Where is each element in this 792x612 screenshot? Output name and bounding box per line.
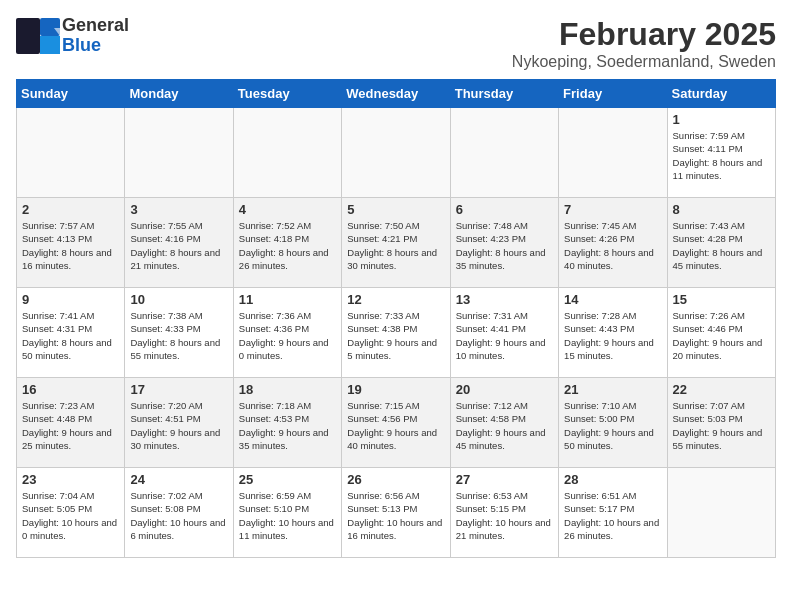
svg-rect-0 xyxy=(16,18,40,54)
day-info: Sunrise: 6:59 AM Sunset: 5:10 PM Dayligh… xyxy=(239,489,336,542)
day-number: 17 xyxy=(130,382,227,397)
calendar-cell: 7Sunrise: 7:45 AM Sunset: 4:26 PM Daylig… xyxy=(559,198,667,288)
calendar-week-row: 1Sunrise: 7:59 AM Sunset: 4:11 PM Daylig… xyxy=(17,108,776,198)
logo: General Blue xyxy=(16,16,129,56)
weekday-header-thursday: Thursday xyxy=(450,80,558,108)
day-number: 3 xyxy=(130,202,227,217)
calendar-cell: 12Sunrise: 7:33 AM Sunset: 4:38 PM Dayli… xyxy=(342,288,450,378)
calendar-cell: 5Sunrise: 7:50 AM Sunset: 4:21 PM Daylig… xyxy=(342,198,450,288)
weekday-header-row: SundayMondayTuesdayWednesdayThursdayFrid… xyxy=(17,80,776,108)
day-number: 6 xyxy=(456,202,553,217)
day-number: 1 xyxy=(673,112,770,127)
calendar-week-row: 2Sunrise: 7:57 AM Sunset: 4:13 PM Daylig… xyxy=(17,198,776,288)
calendar-cell: 23Sunrise: 7:04 AM Sunset: 5:05 PM Dayli… xyxy=(17,468,125,558)
day-number: 9 xyxy=(22,292,119,307)
day-number: 21 xyxy=(564,382,661,397)
logo-blue: Blue xyxy=(62,36,129,56)
day-info: Sunrise: 6:53 AM Sunset: 5:15 PM Dayligh… xyxy=(456,489,553,542)
day-number: 5 xyxy=(347,202,444,217)
day-number: 18 xyxy=(239,382,336,397)
svg-rect-1 xyxy=(40,18,60,36)
weekday-header-wednesday: Wednesday xyxy=(342,80,450,108)
day-number: 13 xyxy=(456,292,553,307)
calendar-cell: 27Sunrise: 6:53 AM Sunset: 5:15 PM Dayli… xyxy=(450,468,558,558)
calendar-cell: 11Sunrise: 7:36 AM Sunset: 4:36 PM Dayli… xyxy=(233,288,341,378)
calendar-cell: 18Sunrise: 7:18 AM Sunset: 4:53 PM Dayli… xyxy=(233,378,341,468)
calendar-cell: 1Sunrise: 7:59 AM Sunset: 4:11 PM Daylig… xyxy=(667,108,775,198)
day-info: Sunrise: 7:45 AM Sunset: 4:26 PM Dayligh… xyxy=(564,219,661,272)
calendar-cell: 4Sunrise: 7:52 AM Sunset: 4:18 PM Daylig… xyxy=(233,198,341,288)
day-info: Sunrise: 6:56 AM Sunset: 5:13 PM Dayligh… xyxy=(347,489,444,542)
page-header: General Blue February 2025 Nykoeping, So… xyxy=(16,16,776,71)
day-info: Sunrise: 7:07 AM Sunset: 5:03 PM Dayligh… xyxy=(673,399,770,452)
calendar-cell xyxy=(450,108,558,198)
day-number: 27 xyxy=(456,472,553,487)
calendar-week-row: 9Sunrise: 7:41 AM Sunset: 4:31 PM Daylig… xyxy=(17,288,776,378)
calendar-cell: 15Sunrise: 7:26 AM Sunset: 4:46 PM Dayli… xyxy=(667,288,775,378)
weekday-header-tuesday: Tuesday xyxy=(233,80,341,108)
calendar-title: February 2025 xyxy=(512,16,776,53)
day-number: 25 xyxy=(239,472,336,487)
calendar-cell: 2Sunrise: 7:57 AM Sunset: 4:13 PM Daylig… xyxy=(17,198,125,288)
calendar-cell: 25Sunrise: 6:59 AM Sunset: 5:10 PM Dayli… xyxy=(233,468,341,558)
day-info: Sunrise: 7:12 AM Sunset: 4:58 PM Dayligh… xyxy=(456,399,553,452)
day-number: 4 xyxy=(239,202,336,217)
day-info: Sunrise: 7:26 AM Sunset: 4:46 PM Dayligh… xyxy=(673,309,770,362)
day-number: 19 xyxy=(347,382,444,397)
weekday-header-sunday: Sunday xyxy=(17,80,125,108)
day-info: Sunrise: 7:15 AM Sunset: 4:56 PM Dayligh… xyxy=(347,399,444,452)
day-info: Sunrise: 7:20 AM Sunset: 4:51 PM Dayligh… xyxy=(130,399,227,452)
day-number: 10 xyxy=(130,292,227,307)
day-info: Sunrise: 7:02 AM Sunset: 5:08 PM Dayligh… xyxy=(130,489,227,542)
calendar-table: SundayMondayTuesdayWednesdayThursdayFrid… xyxy=(16,79,776,558)
day-info: Sunrise: 7:48 AM Sunset: 4:23 PM Dayligh… xyxy=(456,219,553,272)
calendar-cell xyxy=(342,108,450,198)
calendar-cell: 10Sunrise: 7:38 AM Sunset: 4:33 PM Dayli… xyxy=(125,288,233,378)
calendar-cell: 3Sunrise: 7:55 AM Sunset: 4:16 PM Daylig… xyxy=(125,198,233,288)
day-info: Sunrise: 7:33 AM Sunset: 4:38 PM Dayligh… xyxy=(347,309,444,362)
calendar-cell: 24Sunrise: 7:02 AM Sunset: 5:08 PM Dayli… xyxy=(125,468,233,558)
calendar-cell: 28Sunrise: 6:51 AM Sunset: 5:17 PM Dayli… xyxy=(559,468,667,558)
day-info: Sunrise: 7:31 AM Sunset: 4:41 PM Dayligh… xyxy=(456,309,553,362)
calendar-cell: 8Sunrise: 7:43 AM Sunset: 4:28 PM Daylig… xyxy=(667,198,775,288)
day-info: Sunrise: 7:52 AM Sunset: 4:18 PM Dayligh… xyxy=(239,219,336,272)
day-info: Sunrise: 7:59 AM Sunset: 4:11 PM Dayligh… xyxy=(673,129,770,182)
day-info: Sunrise: 7:55 AM Sunset: 4:16 PM Dayligh… xyxy=(130,219,227,272)
day-info: Sunrise: 6:51 AM Sunset: 5:17 PM Dayligh… xyxy=(564,489,661,542)
calendar-cell xyxy=(667,468,775,558)
calendar-cell xyxy=(125,108,233,198)
day-info: Sunrise: 7:57 AM Sunset: 4:13 PM Dayligh… xyxy=(22,219,119,272)
day-number: 26 xyxy=(347,472,444,487)
calendar-cell: 26Sunrise: 6:56 AM Sunset: 5:13 PM Dayli… xyxy=(342,468,450,558)
calendar-cell xyxy=(17,108,125,198)
day-number: 23 xyxy=(22,472,119,487)
day-number: 16 xyxy=(22,382,119,397)
day-info: Sunrise: 7:50 AM Sunset: 4:21 PM Dayligh… xyxy=(347,219,444,272)
day-number: 8 xyxy=(673,202,770,217)
day-number: 2 xyxy=(22,202,119,217)
calendar-week-row: 23Sunrise: 7:04 AM Sunset: 5:05 PM Dayli… xyxy=(17,468,776,558)
calendar-cell: 14Sunrise: 7:28 AM Sunset: 4:43 PM Dayli… xyxy=(559,288,667,378)
day-number: 14 xyxy=(564,292,661,307)
calendar-cell: 19Sunrise: 7:15 AM Sunset: 4:56 PM Dayli… xyxy=(342,378,450,468)
day-number: 7 xyxy=(564,202,661,217)
calendar-cell: 9Sunrise: 7:41 AM Sunset: 4:31 PM Daylig… xyxy=(17,288,125,378)
day-info: Sunrise: 7:43 AM Sunset: 4:28 PM Dayligh… xyxy=(673,219,770,272)
day-info: Sunrise: 7:36 AM Sunset: 4:36 PM Dayligh… xyxy=(239,309,336,362)
calendar-cell: 21Sunrise: 7:10 AM Sunset: 5:00 PM Dayli… xyxy=(559,378,667,468)
day-number: 22 xyxy=(673,382,770,397)
calendar-subtitle: Nykoeping, Soedermanland, Sweden xyxy=(512,53,776,71)
calendar-cell: 22Sunrise: 7:07 AM Sunset: 5:03 PM Dayli… xyxy=(667,378,775,468)
calendar-cell: 6Sunrise: 7:48 AM Sunset: 4:23 PM Daylig… xyxy=(450,198,558,288)
day-number: 24 xyxy=(130,472,227,487)
day-info: Sunrise: 7:04 AM Sunset: 5:05 PM Dayligh… xyxy=(22,489,119,542)
logo-general: General xyxy=(62,16,129,36)
calendar-cell: 20Sunrise: 7:12 AM Sunset: 4:58 PM Dayli… xyxy=(450,378,558,468)
day-info: Sunrise: 7:23 AM Sunset: 4:48 PM Dayligh… xyxy=(22,399,119,452)
svg-marker-2 xyxy=(40,36,60,54)
calendar-cell: 13Sunrise: 7:31 AM Sunset: 4:41 PM Dayli… xyxy=(450,288,558,378)
calendar-cell xyxy=(233,108,341,198)
calendar-cell: 17Sunrise: 7:20 AM Sunset: 4:51 PM Dayli… xyxy=(125,378,233,468)
day-number: 20 xyxy=(456,382,553,397)
day-info: Sunrise: 7:41 AM Sunset: 4:31 PM Dayligh… xyxy=(22,309,119,362)
